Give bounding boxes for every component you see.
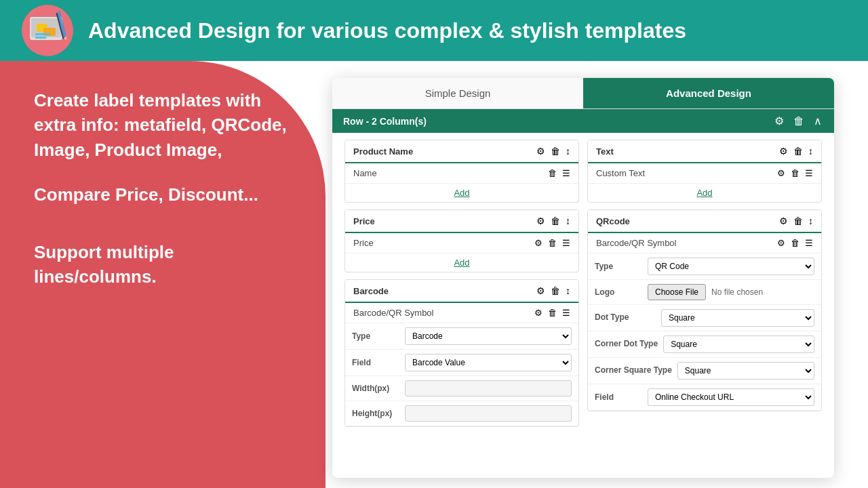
barcode-symbol-trash[interactable]: 🗑 (548, 308, 557, 318)
product-name-header: Product Name ⚙ 🗑 ↕ (345, 140, 578, 163)
price-gear[interactable]: ⚙ (536, 216, 545, 226)
text-header-icons: ⚙ 🗑 ↕ (779, 146, 813, 157)
text-custom-trash[interactable]: 🗑 (791, 168, 800, 178)
file-input-row: Choose File No file chosen (648, 284, 814, 300)
row-header: Row - 2 Column(s) ⚙ 🗑 ∧ (332, 109, 834, 133)
tab-bar: Simple Design Advanced Design (332, 78, 834, 109)
barcode-symbol-menu[interactable]: ☰ (562, 308, 570, 318)
barcode-width-row: Width(px) (345, 376, 578, 401)
text-custom-icons: ⚙ 🗑 ☰ (777, 168, 813, 178)
qrcode-field-select[interactable]: Online Checkout URL (648, 388, 814, 406)
text-gear[interactable]: ⚙ (779, 146, 788, 157)
row-gear-icon[interactable]: ⚙ (773, 115, 785, 127)
qrcode-symbol-gear[interactable]: ⚙ (777, 238, 785, 248)
qrcode-logo-row: Logo Choose File No file chosen (588, 280, 821, 305)
text-custom-row: Custom Text ⚙ 🗑 ☰ (588, 163, 821, 184)
barcode-gear[interactable]: ⚙ (536, 285, 545, 296)
choose-file-button[interactable]: Choose File (648, 284, 706, 300)
product-name-add[interactable]: Add (345, 184, 578, 202)
barcode-symbol-gear[interactable]: ⚙ (534, 308, 542, 318)
corner-square-type-label: Corner Square Type (595, 365, 672, 376)
product-name-gear[interactable]: ⚙ (536, 146, 545, 157)
qrcode-symbol-row: Barcode/QR Symbol ⚙ 🗑 ☰ (588, 233, 821, 253)
qrcode-header-icons: ⚙ 🗑 ↕ (779, 216, 813, 226)
dot-type-row: Dot Type Square (588, 305, 821, 331)
product-name-header-icons: ⚙ 🗑 ↕ (536, 146, 570, 157)
product-name-arrows[interactable]: ↕ (566, 146, 570, 157)
price-row-trash[interactable]: 🗑 (548, 238, 557, 248)
qrcode-field-row: Field Online Checkout URL (588, 384, 821, 411)
corner-square-type-select[interactable]: Square (677, 362, 814, 380)
qrcode-type-row: Type QR Code (588, 253, 821, 280)
barcode-symbol-label: Barcode/QR Symbol (353, 308, 434, 318)
qrcode-section: QRcode ⚙ 🗑 ↕ Barcode/QR Symbol ⚙ 🗑 ☰ (587, 209, 822, 411)
qrcode-arrows[interactable]: ↕ (808, 216, 813, 226)
corner-dot-type-label: Corner Dot Type (595, 339, 658, 350)
barcode-height-input[interactable] (405, 405, 572, 422)
text-section: Text ⚙ 🗑 ↕ Custom Text ⚙ 🗑 ☰ (587, 140, 822, 203)
product-name-row-trash[interactable]: 🗑 (548, 168, 557, 178)
text-trash[interactable]: 🗑 (793, 146, 803, 157)
row-trash-icon[interactable]: 🗑 (792, 115, 806, 127)
price-section: Price ⚙ 🗑 ↕ Price ⚙ 🗑 ☰ (344, 209, 579, 272)
price-add[interactable]: Add (345, 253, 578, 272)
qrcode-symbol-icons: ⚙ 🗑 ☰ (777, 238, 813, 248)
left-text-3: Support multiple lines/columns. (34, 240, 292, 289)
product-name-row-menu[interactable]: ☰ (562, 168, 570, 178)
product-name-row-label: Name (353, 168, 377, 178)
qrcode-symbol-menu[interactable]: ☰ (805, 238, 813, 248)
product-name-section: Product Name ⚙ 🗑 ↕ Name 🗑 ☰ (344, 140, 579, 203)
qrcode-field-label: Field (595, 392, 642, 402)
barcode-arrows[interactable]: ↕ (566, 285, 570, 296)
left-text-2: Compare Price, Discount... (34, 182, 292, 207)
text-add[interactable]: Add (588, 184, 821, 202)
barcode-type-label: Type (352, 331, 399, 341)
barcode-type-row: Type Barcode (345, 323, 578, 350)
price-trash[interactable]: 🗑 (551, 216, 560, 226)
left-panel: Create label templates with extra info: … (0, 61, 326, 488)
product-name-trash[interactable]: 🗑 (551, 146, 560, 157)
qrcode-symbol-trash[interactable]: 🗑 (791, 238, 800, 248)
price-row: Price ⚙ 🗑 ☰ (345, 233, 578, 253)
product-name-row: Name 🗑 ☰ (345, 163, 578, 184)
barcode-field-row: Field Barcode Value (345, 350, 578, 376)
price-row-gear[interactable]: ⚙ (534, 238, 542, 248)
left-column: Product Name ⚙ 🗑 ↕ Name 🗑 ☰ (340, 140, 583, 434)
qrcode-symbol-label: Barcode/QR Symbol (596, 238, 677, 248)
qrcode-logo-label: Logo (595, 287, 642, 297)
product-name-row-icons: 🗑 ☰ (548, 168, 570, 178)
qrcode-type-select[interactable]: QR Code (648, 258, 814, 275)
barcode-height-row: Height(px) (345, 401, 578, 426)
qrcode-title: QRcode (596, 216, 630, 226)
text-arrows[interactable]: ↕ (808, 146, 813, 157)
barcode-height-label: Height(px) (352, 409, 399, 418)
barcode-title: Barcode (353, 286, 389, 296)
qrcode-header: QRcode ⚙ 🗑 ↕ (588, 210, 821, 233)
dot-type-label: Dot Type (595, 312, 656, 323)
barcode-symbol-icons: ⚙ 🗑 ☰ (534, 308, 570, 318)
text-header: Text ⚙ 🗑 ↕ (588, 140, 821, 163)
qrcode-trash[interactable]: 🗑 (793, 216, 803, 226)
corner-dot-type-select[interactable]: Square (663, 336, 814, 353)
text-custom-gear[interactable]: ⚙ (777, 168, 785, 178)
barcode-width-input[interactable] (405, 380, 572, 396)
barcode-field-select[interactable]: Barcode Value (405, 354, 572, 371)
barcode-field-label: Field (352, 358, 399, 367)
row-header-icons: ⚙ 🗑 ∧ (773, 115, 823, 127)
price-arrows[interactable]: ↕ (566, 216, 570, 226)
price-row-menu[interactable]: ☰ (562, 238, 570, 248)
price-title: Price (353, 216, 375, 226)
text-custom-menu[interactable]: ☰ (805, 168, 813, 178)
row-collapse-icon[interactable]: ∧ (812, 115, 823, 127)
dot-type-select[interactable]: Square (661, 309, 814, 327)
main-card: Simple Design Advanced Design Row - 2 Co… (332, 78, 834, 478)
barcode-trash[interactable]: 🗑 (551, 285, 560, 296)
tab-advanced[interactable]: Advanced Design (583, 78, 834, 108)
svg-rect-6 (35, 37, 46, 39)
barcode-type-select[interactable]: Barcode (405, 327, 572, 345)
tab-simple[interactable]: Simple Design (332, 78, 583, 108)
qrcode-gear[interactable]: ⚙ (779, 216, 788, 226)
left-text-1: Create label templates with extra info: … (34, 88, 292, 162)
text-custom-label: Custom Text (596, 168, 645, 178)
barcode-section: Barcode ⚙ 🗑 ↕ Barcode/QR Symbol ⚙ 🗑 ☰ (344, 279, 579, 427)
